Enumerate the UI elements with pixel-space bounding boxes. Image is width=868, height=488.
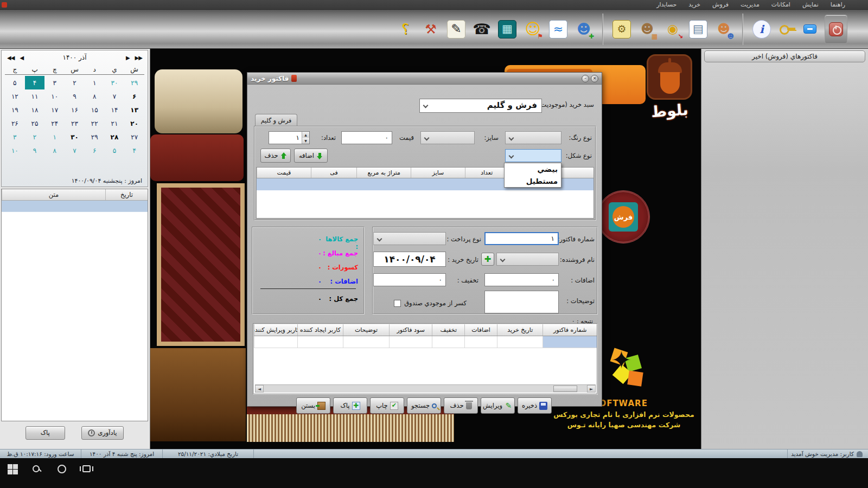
calendar-day[interactable]: ۳۰ (65, 130, 85, 144)
delete-button[interactable]: حذف (444, 397, 478, 414)
invoice-number-input[interactable]: ۱ (484, 232, 559, 245)
calendar-day[interactable]: ۱۸ (25, 103, 45, 117)
tab-carpet-kilim[interactable]: فرش و گلیم (255, 114, 297, 126)
calendar-day[interactable]: ۳ (44, 76, 65, 89)
edit-button[interactable]: ✎ویرایش (481, 397, 515, 414)
taskbar-search-button[interactable] (33, 464, 43, 475)
info-icon[interactable]: i (752, 20, 771, 38)
calendar-day[interactable]: ۱ (44, 130, 65, 144)
history-column-header[interactable]: تاریخ خرید (497, 324, 543, 336)
seller-combo[interactable] (496, 253, 559, 266)
calendar-day[interactable]: ۲۰ (124, 117, 144, 130)
calendar-day[interactable]: ۱ (85, 76, 105, 89)
menu-item[interactable]: امکانات (771, 1, 790, 8)
next-month-button[interactable]: ▶ (126, 55, 130, 61)
dialog-close-button[interactable]: ✕ (591, 75, 598, 82)
calendar-day[interactable]: ۱۱ (25, 89, 45, 103)
signature-icon[interactable]: ✎ (447, 20, 465, 38)
reminders-column-header[interactable]: تاریخ (105, 189, 148, 200)
history-cell[interactable] (464, 336, 497, 348)
menu-item[interactable]: حسابدار (656, 1, 676, 8)
calendar-day[interactable]: ۱۴ (105, 103, 125, 117)
calendar-day[interactable]: ۲۶ (5, 117, 25, 130)
calendar-day[interactable]: ۲۱ (105, 117, 125, 130)
calendar-day[interactable]: ۷ (105, 89, 125, 103)
calculator-icon[interactable]: ▦ (498, 20, 516, 38)
tools-icon[interactable]: ⚒ (422, 20, 440, 38)
reminder-button[interactable]: یادآوری (81, 426, 124, 440)
calendar-day[interactable]: ۲۳ (65, 117, 85, 130)
calendar-day[interactable]: ۲۹ (85, 130, 105, 144)
calendar-day[interactable]: ۱۲ (5, 89, 25, 103)
report-icon[interactable]: ▤ (689, 20, 707, 38)
menu-item[interactable]: راهنما (831, 1, 845, 8)
color-type-combo[interactable] (505, 131, 561, 144)
calendar-day[interactable]: ۸ (44, 144, 65, 157)
history-column-header[interactable]: تخفیف (432, 324, 464, 336)
remove-item-button[interactable]: حذف (260, 149, 291, 163)
calendar-day[interactable]: ۲ (25, 130, 45, 144)
items-column-header[interactable]: فی (311, 168, 357, 178)
calendar-day[interactable]: ۱۹ (5, 103, 25, 117)
cash-deduct-checkbox[interactable] (394, 300, 401, 307)
calendar-day[interactable]: ۳۰ (105, 76, 125, 89)
history-cell[interactable] (432, 336, 464, 348)
add-seller-button[interactable]: ✚ (481, 253, 494, 266)
stepper-down-button[interactable]: ▼ (302, 138, 309, 144)
stepper-up-button[interactable]: ▲ (302, 132, 309, 138)
calendar-day[interactable]: ۲۲ (85, 117, 105, 130)
description-textarea[interactable] (484, 291, 559, 313)
prev-year-button[interactable]: ◀◀ (7, 55, 14, 61)
scroll-right-button[interactable]: ► (587, 385, 596, 393)
history-column-header[interactable]: شماره فاکتور (542, 324, 597, 336)
history-cell[interactable] (343, 336, 389, 348)
scroll-thumb[interactable] (553, 386, 577, 392)
menu-item[interactable]: مدیریت (741, 1, 760, 8)
reminders-column-header[interactable]: متن (2, 189, 105, 200)
clear-button[interactable]: ✚پاک (333, 397, 367, 414)
price-input[interactable]: ۰ (341, 131, 392, 144)
calendar-day[interactable]: ۹ (25, 144, 45, 157)
chart-icon[interactable]: ≈ (549, 20, 567, 38)
fax-icon[interactable]: ☎ (473, 20, 491, 38)
users-icon[interactable]: ☻☻ (714, 20, 733, 38)
items-column-header[interactable]: تعداد (465, 168, 508, 178)
calendar-day[interactable]: ۱۷ (44, 103, 65, 117)
history-cell[interactable] (254, 336, 297, 348)
windows-start-button[interactable] (8, 464, 18, 475)
history-column-header[interactable]: اضافات (464, 324, 497, 336)
calendar-day[interactable]: ۷ (65, 144, 85, 157)
clear-notes-button[interactable]: پاک (25, 426, 65, 440)
search-button[interactable]: جستجو (407, 397, 441, 414)
calendar-day[interactable]: ۲ (65, 76, 85, 89)
smiley-icon[interactable]: ☺⚑ (524, 20, 542, 38)
close-button[interactable]: بستن (296, 397, 330, 414)
add-item-button[interactable]: اضافه (294, 149, 328, 163)
cortana-button[interactable] (58, 464, 68, 475)
prev-month-button[interactable]: ◀ (20, 55, 23, 61)
horizontal-scrollbar[interactable]: ◄ ► (255, 384, 596, 393)
payment-type-combo[interactable] (373, 232, 446, 245)
task-view-button[interactable] (82, 464, 93, 475)
next-year-button[interactable]: ▶▶ (135, 55, 142, 61)
calendar-day[interactable]: ۱۶ (65, 103, 85, 117)
shape-type-combo[interactable] (505, 149, 561, 162)
items-column-header[interactable]: سایز (411, 168, 465, 178)
calendar-day[interactable]: ۳ (5, 130, 25, 144)
finance-chart-icon[interactable]: ◉↘ (663, 20, 682, 38)
dialog-titlebar[interactable]: فاکتور خرید – ✕ (247, 73, 602, 85)
dialog-minimize-button[interactable]: – (582, 75, 589, 82)
calendar-day[interactable]: ۶ (85, 144, 105, 157)
history-column-header[interactable]: کاربر ویرایش کننده (254, 324, 297, 336)
calendar-day[interactable]: ۵ (105, 144, 125, 157)
basket-combo[interactable]: فرش و گلیم (419, 99, 542, 113)
calendar-day[interactable]: ۲۷ (124, 130, 144, 144)
history-column-header[interactable]: سود فاکتور (389, 324, 432, 336)
calendar-day[interactable]: ۴ (25, 76, 45, 89)
discount-input[interactable]: ۰ (373, 273, 446, 286)
history-cell[interactable] (389, 336, 432, 348)
shape-option[interactable]: بیضي (505, 163, 561, 175)
help-icon[interactable]: ؟ (396, 20, 414, 38)
history-column-header[interactable]: کاربر ایجاد کننده (297, 324, 343, 336)
qty-stepper[interactable]: ۱ ▲ ▼ (269, 131, 310, 144)
